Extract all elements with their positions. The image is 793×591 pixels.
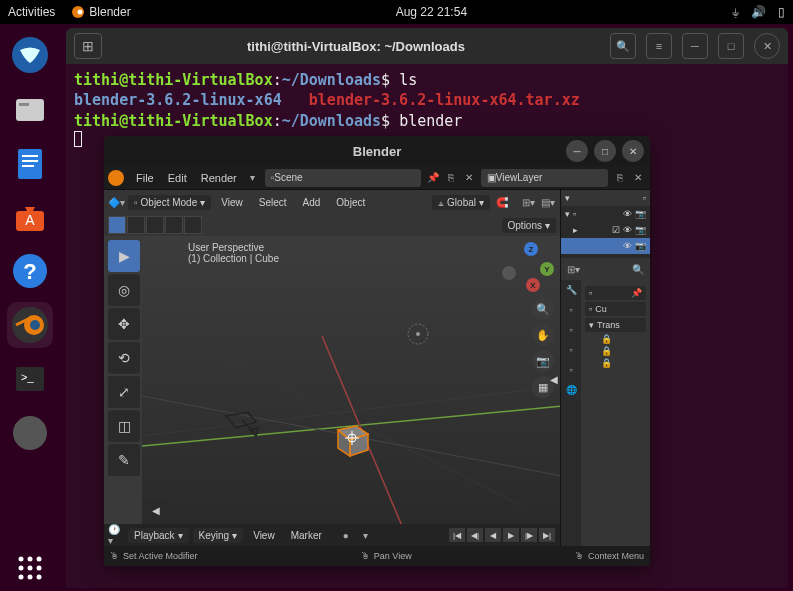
sidebar-toggle-icon[interactable]: ◀ — [550, 374, 558, 385]
pin-icon[interactable]: 📌 — [631, 288, 642, 298]
editor-type-icon[interactable]: 🔷▾ — [108, 194, 124, 210]
dock-settings[interactable] — [7, 410, 53, 456]
orientation-selector[interactable]: ⟁ Global ▾ — [432, 195, 490, 210]
dock-blender[interactable] — [7, 302, 53, 348]
jump-end-icon[interactable]: ▶| — [538, 527, 556, 543]
overlay-toggle-icon[interactable]: ⊞▾ — [520, 194, 536, 210]
checkbox-icon[interactable]: ☑ — [612, 225, 620, 235]
camera-object[interactable] — [222, 408, 262, 438]
prop-tab-scene[interactable]: ▫ — [561, 360, 581, 380]
blender-titlebar[interactable]: Blender ─ □ ✕ — [104, 136, 650, 166]
dock-files[interactable] — [7, 86, 53, 132]
timeline-marker[interactable]: Marker — [285, 528, 328, 543]
clock[interactable]: Aug 22 21:54 — [131, 5, 732, 19]
filter-search-icon[interactable]: ▫ — [643, 193, 646, 203]
autokey-icon[interactable]: ● — [338, 527, 354, 543]
menu-add[interactable]: Add — [297, 195, 327, 210]
eye-icon[interactable]: 👁 — [623, 209, 632, 219]
zoom-icon[interactable]: 🔍 — [532, 298, 554, 320]
outliner-item[interactable]: ▾▫ 👁 📷 — [561, 206, 650, 222]
tool-rotate[interactable]: ⟲ — [108, 342, 140, 374]
menu-edit[interactable]: Edit — [162, 170, 193, 186]
play-reverse-icon[interactable]: ◀ — [484, 527, 502, 543]
prop-transform-panel[interactable]: ▾ Trans — [585, 318, 646, 332]
search-button[interactable]: 🔍 — [610, 33, 636, 59]
light-object[interactable] — [402, 318, 434, 350]
active-app-indicator[interactable]: Blender — [71, 5, 130, 19]
prop-tab-output[interactable]: ▫ — [561, 320, 581, 340]
dock-apps-grid[interactable] — [7, 545, 53, 591]
tool-select[interactable]: ▶ — [108, 240, 140, 272]
select-mode-tweak[interactable] — [108, 216, 126, 234]
network-icon[interactable]: ⏚ — [732, 5, 739, 19]
x-icon[interactable]: ✕ — [630, 170, 646, 186]
prop-tab-world[interactable]: 🌐 — [561, 380, 581, 400]
menu-view[interactable]: View — [215, 195, 249, 210]
dock-thunderbird[interactable] — [7, 32, 53, 78]
activities-button[interactable]: Activities — [8, 5, 55, 19]
menu-button[interactable]: ≡ — [646, 33, 672, 59]
display-mode-icon[interactable]: ⊞▾ — [565, 261, 581, 277]
eye-icon[interactable]: 👁 — [623, 225, 632, 235]
lock-x-icon[interactable]: 🔒 — [601, 334, 646, 344]
search-icon[interactable]: 🔍 — [630, 261, 646, 277]
tool-cursor[interactable]: ◎ — [108, 274, 140, 306]
select-mode-box[interactable] — [127, 216, 145, 234]
tool-transform[interactable]: ◫ — [108, 410, 140, 442]
select-mode-5[interactable] — [184, 216, 202, 234]
keying-menu[interactable]: Keying ▾ — [193, 528, 244, 543]
maximize-button[interactable]: □ — [594, 140, 616, 162]
dock-terminal[interactable]: >_ — [7, 356, 53, 402]
terminal-titlebar[interactable]: ⊞ tithi@tithi-VirtualBox: ~/Downloads 🔍 … — [66, 28, 788, 64]
outliner-item[interactable]: ▸ ☑ 👁 📷 — [561, 222, 650, 238]
volume-icon[interactable]: 🔊 — [751, 5, 766, 19]
prop-tab-render[interactable]: ▫ — [561, 300, 581, 320]
close-button[interactable]: ✕ — [622, 140, 644, 162]
outliner-item[interactable]: 👁 📷 — [561, 238, 650, 254]
filter-icon[interactable]: ▾ — [565, 193, 570, 203]
scene-selector[interactable]: ▫ Scene — [265, 169, 421, 187]
maximize-button[interactable]: □ — [718, 33, 744, 59]
select-mode-circle[interactable] — [146, 216, 164, 234]
pan-icon[interactable]: ✋ — [532, 324, 554, 346]
close-button[interactable]: ✕ — [754, 33, 780, 59]
playback-menu[interactable]: Playback ▾ — [128, 528, 189, 543]
prev-key-icon[interactable]: ◀| — [466, 527, 484, 543]
next-key-icon[interactable]: |▶ — [520, 527, 538, 543]
x-icon[interactable]: ✕ — [461, 170, 477, 186]
shading-toggle-icon[interactable]: ▤▾ — [540, 194, 556, 210]
eye-icon[interactable]: 👁 — [623, 241, 632, 251]
workspace-tabs-icon[interactable]: ▾ — [245, 170, 261, 186]
3d-viewport[interactable]: User Perspective (1) Collection | Cube — [142, 236, 560, 524]
mode-selector[interactable]: ▫ Object Mode ▾ — [128, 195, 211, 210]
blender-logo-icon[interactable] — [108, 170, 124, 186]
minimize-button[interactable]: ─ — [566, 140, 588, 162]
lock-y-icon[interactable]: 🔒 — [601, 346, 646, 356]
pin-icon[interactable]: 📌 — [425, 170, 441, 186]
lock-z-icon[interactable]: 🔒 — [601, 358, 646, 368]
options-dropdown[interactable]: Options ▾ — [502, 218, 556, 233]
tool-move[interactable]: ✥ — [108, 308, 140, 340]
outliner[interactable]: ▾ ▫ ▾▫ 👁 📷 ▸ ☑ 👁 📷 — [561, 190, 650, 258]
prop-tab-tool[interactable]: 🔧 — [561, 280, 581, 300]
jump-start-icon[interactable]: |◀ — [448, 527, 466, 543]
dock-software[interactable]: A — [7, 194, 53, 240]
dock-help[interactable]: ? — [7, 248, 53, 294]
camera-icon[interactable]: 📷 — [635, 241, 646, 251]
tool-scale[interactable]: ⤢ — [108, 376, 140, 408]
autokey-mode-icon[interactable]: ▾ — [358, 527, 374, 543]
camera-icon[interactable]: 📷 — [635, 209, 646, 219]
dock-writer[interactable] — [7, 140, 53, 186]
select-mode-lasso[interactable] — [165, 216, 183, 234]
copy-icon[interactable]: ⎘ — [612, 170, 628, 186]
navigation-gizmo[interactable]: Z Y X — [502, 242, 554, 294]
camera-icon[interactable]: 📷 — [635, 225, 646, 235]
tool-annotate[interactable]: ✎ — [108, 444, 140, 476]
editor-type-icon[interactable]: 🕐▾ — [108, 527, 124, 543]
cube-object[interactable] — [330, 416, 372, 458]
copy-icon[interactable]: ⎘ — [443, 170, 459, 186]
menu-select[interactable]: Select — [253, 195, 293, 210]
prop-name-field[interactable]: ▫ Cu — [585, 302, 646, 316]
prop-datablock-row[interactable]: ▫ 📌 — [585, 286, 646, 300]
new-tab-button[interactable]: ⊞ — [74, 33, 102, 59]
